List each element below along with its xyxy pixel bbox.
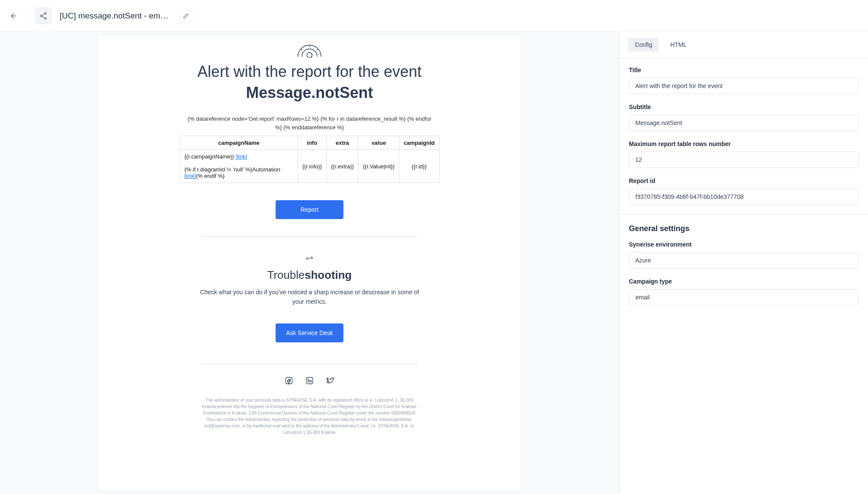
cell-campaign-id: {{r.id}} [399, 150, 439, 183]
maxrows-label: Maximum report table rows number [629, 140, 859, 147]
email-title: Alert with the report for the event [180, 62, 440, 81]
troubleshooting-heading: Troubleshooting [180, 268, 440, 282]
email-subtitle: Message.notSent [180, 84, 440, 102]
maxrows-input[interactable] [629, 152, 859, 168]
svg-line-5 [317, 49, 318, 50]
edit-title-button[interactable] [179, 9, 193, 23]
subtitle-input[interactable] [629, 115, 859, 131]
report-table: campaignName info extra value campaignId… [180, 136, 440, 183]
cell-value: {{r.Value|int}} [358, 150, 399, 183]
facebook-icon[interactable] [285, 376, 293, 387]
footer-legal: The administrator of your personal data … [180, 397, 440, 453]
title-input[interactable] [629, 78, 859, 94]
title-label: Title [629, 67, 859, 73]
env-label: Synerise environment [629, 241, 859, 248]
th-info: info [298, 136, 327, 150]
automation-prefix: {% if r.diagramId != 'null' %}Automation [185, 166, 281, 173]
gauge-icon [180, 36, 440, 62]
svg-line-4 [301, 49, 302, 50]
svg-line-7 [311, 57, 313, 58]
email-card: Alert with the report for the event Mess… [180, 36, 440, 453]
campaign-name-text: {{r.campaignName}} [185, 153, 234, 160]
subtitle-label: Subtitle [629, 104, 859, 110]
divider [201, 236, 418, 237]
svg-point-10 [308, 379, 309, 380]
campaign-link[interactable]: [link] [236, 153, 247, 160]
section-divider [619, 214, 868, 215]
troubleshooting-body: Check what you can do if you've noticed … [197, 288, 422, 306]
ask-service-desk-button[interactable]: Ask Service Desk [276, 323, 343, 342]
template-code: {% datareference node='Get report' maxRo… [180, 115, 440, 131]
twitter-icon[interactable] [326, 376, 334, 387]
campaign-type-label: Campaign type [629, 278, 859, 285]
tab-config[interactable]: Config [628, 38, 659, 52]
svg-point-1 [40, 15, 42, 17]
report-button[interactable]: Report [276, 200, 343, 219]
cell-campaign-name: {{r.campaignName}} [link] {% if r.diagra… [180, 150, 298, 183]
trouble-heading-light: Trouble [267, 268, 305, 281]
linkedin-icon[interactable] [305, 376, 314, 387]
cell-extra: {{r.extra}} [326, 150, 358, 183]
th-extra: extra [326, 136, 358, 150]
general-settings-heading: General settings [629, 224, 859, 233]
vertical-divider [27, 10, 27, 22]
table-row: {{r.campaignName}} [link] {% if r.diagra… [180, 150, 439, 183]
page-title: [UC] message.notSent - email al... [60, 11, 171, 21]
preview-frame: Alert with the report for the event Mess… [99, 36, 520, 490]
table-header-row: campaignName info extra value campaignId [180, 136, 439, 150]
swap-icon [180, 254, 440, 262]
footer-divider [201, 364, 418, 364]
reportid-input[interactable] [629, 189, 859, 205]
th-campaign-name: campaignName [180, 136, 298, 150]
config-panel: Config HTML Title Subtitle Maximum repor… [619, 32, 868, 494]
th-campaign-id: campaignId [399, 136, 439, 150]
svg-rect-8 [286, 378, 292, 384]
preview-canvas: Alert with the report for the event Mess… [0, 32, 619, 494]
th-value: value [358, 136, 399, 150]
svg-point-2 [45, 18, 46, 19]
back-button[interactable] [9, 11, 19, 21]
trouble-heading-bold: shooting [305, 268, 352, 281]
automation-suffix: {% endif %} [196, 173, 225, 179]
tab-html[interactable]: HTML [663, 38, 693, 52]
env-input[interactable] [629, 252, 859, 268]
svg-point-0 [45, 12, 46, 14]
reportid-label: Report id [629, 177, 859, 184]
cell-info: {{r.info}} [298, 150, 327, 183]
campaign-type-input[interactable] [629, 289, 859, 305]
automation-link[interactable]: [link] [185, 173, 196, 179]
share-button[interactable] [35, 7, 52, 24]
